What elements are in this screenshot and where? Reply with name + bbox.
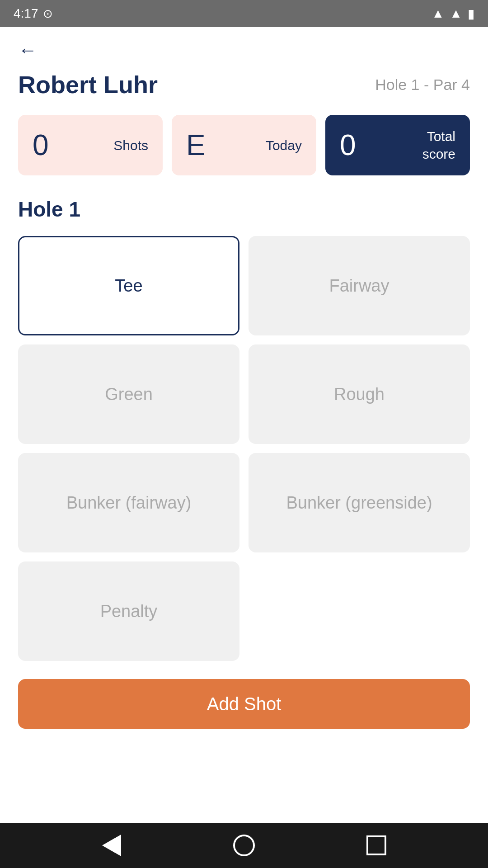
hole-par-info: Hole 1 - Par 4 <box>375 76 470 94</box>
nav-back-button[interactable] <box>98 832 125 859</box>
shot-type-rough[interactable]: Rough <box>249 344 470 444</box>
shots-label: Shots <box>113 137 148 154</box>
shot-type-tee[interactable]: Tee <box>18 236 239 335</box>
today-card: E Today <box>172 115 316 175</box>
today-value: E <box>186 128 206 162</box>
shot-type-bunker-fairway[interactable]: Bunker (fairway) <box>18 453 239 552</box>
today-label: Today <box>266 137 302 154</box>
back-nav-icon <box>102 835 121 856</box>
recents-nav-icon <box>366 835 386 855</box>
status-bar: 4:17 ⊙ ▲ ▲ ▮ <box>0 0 488 27</box>
wifi-icon: ▲ <box>432 6 445 21</box>
header-row: Robert Luhr Hole 1 - Par 4 <box>18 71 470 99</box>
shot-type-green[interactable]: Green <box>18 344 239 444</box>
total-score-card: 0 Totalscore <box>325 115 470 175</box>
status-time: 4:17 <box>14 6 38 21</box>
total-score-value: 0 <box>340 128 356 162</box>
hole-title: Hole 1 <box>18 197 470 222</box>
circle-icon: ⊙ <box>43 7 53 21</box>
nav-home-button[interactable] <box>230 832 258 859</box>
shot-type-penalty[interactable]: Penalty <box>18 561 239 661</box>
back-arrow-icon: ← <box>18 41 37 60</box>
main-content: ← Robert Luhr Hole 1 - Par 4 0 Shots E T… <box>0 27 488 823</box>
home-nav-icon <box>233 835 255 856</box>
shot-type-fairway[interactable]: Fairway <box>249 236 470 335</box>
shot-type-bunker-greenside[interactable]: Bunker (greenside) <box>249 453 470 552</box>
add-shot-button[interactable]: Add Shot <box>18 679 470 729</box>
nav-recents-button[interactable] <box>363 832 390 859</box>
player-name: Robert Luhr <box>18 71 158 99</box>
shots-value: 0 <box>33 128 49 162</box>
signal-icon: ▲ <box>450 6 462 21</box>
shots-card: 0 Shots <box>18 115 163 175</box>
total-score-label: Totalscore <box>422 127 455 163</box>
shot-type-grid: Tee Fairway Green Rough Bunker (fairway)… <box>18 236 470 661</box>
bottom-nav <box>0 823 488 868</box>
battery-icon: ▮ <box>468 6 474 21</box>
score-cards: 0 Shots E Today 0 Totalscore <box>18 115 470 175</box>
back-button[interactable]: ← <box>18 41 37 60</box>
